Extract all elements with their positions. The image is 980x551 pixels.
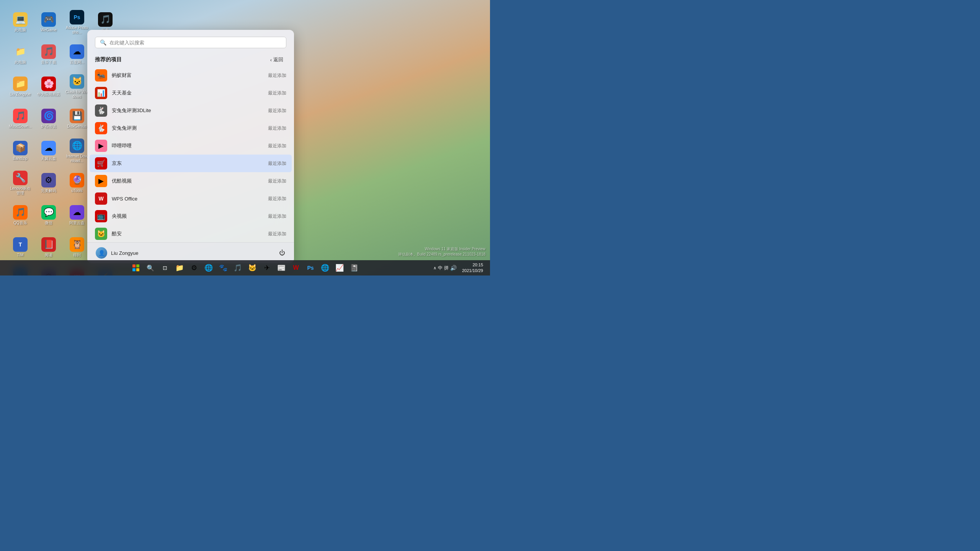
desktop-icon-huawei[interactable]: 🌸 华为应用商店 [35,71,62,102]
app-item-yangshipin[interactable]: 📺 央视频 最近添加 [90,207,292,225]
app-item-kuan[interactable]: 🐱 酷安 最近添加 [90,225,292,242]
app-name: WPS Office [112,196,263,202]
desktop-icon-alicloud[interactable]: ☁ 阿里云盘 [64,200,90,230]
app-icon: 🛒 [95,157,107,170]
start-button[interactable] [129,261,143,275]
taskbar-system-tray: ∧ 中 拼 🔊 20:15 2021/10/29 [433,262,490,274]
desktop-icon-cijidianno[interactable]: 💻 此电脑 [7,7,34,37]
app-item-antutu[interactable]: 🐇 安兔兔评测 最近添加 [90,119,292,137]
os-watermark: Windows 11 家庭版 Insider Preview 评估副本。Buil… [398,246,485,257]
power-button[interactable]: ⏻ [276,246,289,259]
section-title: 推荐的项目 [95,56,122,63]
back-chevron-icon: ‹ [270,57,272,63]
desktop-icon-lenovo[interactable]: 🔧 Lenovo驱动管理 [7,168,34,198]
app-icon: ▶ [95,140,107,152]
app-item-antutu3d[interactable]: 🐇 安兔兔评测3DLite 最近添加 [90,102,292,119]
app-time: 最近添加 [268,143,286,149]
desktop-icon-folder[interactable]: 📁 此电脑 [7,39,34,70]
desktop-icon-utools[interactable]: 🔮 uTools [64,168,90,198]
taskbar-browser2-button[interactable]: 🌐 [318,261,332,275]
taskbar-edge-button[interactable]: 🌐 [202,261,216,275]
taskbar-feishu-button[interactable]: ✈ [260,261,274,275]
taskbar-baidu-button[interactable]: 🐾 [216,261,230,275]
desktop-icon-qqmusic[interactable]: 🎵 QQ音乐 [7,200,34,230]
tray-input-method[interactable]: 中 [438,265,443,271]
user-info[interactable]: 👤 Liu Zongyue [93,246,142,260]
app-icon: 🐱 [95,228,107,240]
clock-time: 20:15 [472,262,483,268]
app-item-youku[interactable]: ▶ 优酷视频 最近添加 [90,172,292,190]
app-item-bilibili[interactable]: ▶ 哔哩哔哩 最近添加 [90,137,292,155]
desktop-icon-bandizip[interactable]: 📦 Bandizip [7,135,34,166]
desktop-icon-reading[interactable]: 📕 阅读 [35,232,62,262]
desktop-icon-wegame[interactable]: 🎮 WeGame [35,7,62,37]
taskbar-word-button[interactable]: W [289,261,303,275]
back-button[interactable]: ‹ 返回 [267,55,286,64]
taskbar-stocks-button[interactable]: 📈 [333,261,346,275]
app-time: 最近添加 [268,160,286,167]
app-time: 最近添加 [268,178,286,184]
windows-logo-icon [132,264,139,271]
taskbar-media-button[interactable]: 🎵 [231,261,245,275]
desktop-icon-wechat[interactable]: 💬 微信 [35,200,62,230]
taskbar-clock[interactable]: 20:15 2021/10/29 [460,262,485,274]
taskbar-search-button[interactable]: 🔍 [144,261,157,275]
app-time: 最近添加 [268,72,286,79]
taskbar-center: 🔍 ⊡ 📁 ⚙ 🌐 🐾 🎵 🐱 ✈ 📰 W Ps 🌐 [129,261,361,275]
app-time: 最近添加 [268,196,286,202]
app-item-wps[interactable]: W WPS Office 最近添加 [90,190,292,207]
app-name: 安兔兔评测 [112,125,263,132]
app-icon: 📊 [95,87,107,99]
taskbar-clash-button[interactable]: 🐱 [245,261,259,275]
start-menu: 🔍 推荐的项目 ‹ 返回 🐜 蚂蚁财富 最近添加 📊 天天基金 最近添加 [87,30,294,263]
desktop-icon-dedao[interactable]: 🦉 得到 [64,232,90,262]
tray-chevron-icon[interactable]: ∧ [433,266,436,271]
app-name: 京东 [112,160,263,167]
desktop-icon-tim[interactable]: T TIM [7,232,34,262]
app-time: 最近添加 [268,108,286,114]
desktop-icon-diskgenius[interactable]: 💾 DiskGenius [64,103,90,134]
tray-ime[interactable]: 拼 [444,265,449,271]
app-name: 天天基金 [112,90,263,96]
desktop-icon-hearthstone[interactable]: 🌀 炉石传说 [35,103,62,134]
taskbar-settings-button[interactable]: ⚙ [187,261,201,275]
app-item-jingdong[interactable]: 🛒 京东 最近添加 [90,155,292,172]
os-info-line2: 评估副本。Build 22489.rs_prerelease.211023-18… [398,252,485,257]
app-time: 最近添加 [268,213,286,220]
desktop-icon-musicdown[interactable]: 🎵 音乐下载 [35,39,62,70]
user-avatar: 👤 [96,247,107,259]
desktop-icon-tianyiyun[interactable]: ☁ 天翼云盘 [35,135,62,166]
search-bar[interactable]: 🔍 [95,37,286,48]
desktop-icon-clash[interactable]: 🐱 Clash for Windows [64,71,90,102]
taskbar-notes-button[interactable]: 📓 [347,261,361,275]
app-list[interactable]: 🐜 蚂蚁财富 最近添加 📊 天天基金 最近添加 🐇 安兔兔评测3DLite 最近… [87,67,294,242]
app-icon: W [95,192,107,205]
user-name: Liu Zongyue [111,250,139,256]
app-name: 蚂蚁财富 [112,72,263,79]
app-name: 优酷视频 [112,178,263,184]
app-time: 最近添加 [268,125,286,132]
tray-network-icon[interactable]: 🔊 [450,265,457,271]
taskbar-explorer-button[interactable]: 📁 [173,261,186,275]
desktop-icon-musicdown2[interactable]: 🎵 MusicDown... [7,103,34,134]
app-time: 最近添加 [268,90,286,96]
desktop: 💻 此电脑 🎮 WeGame Ps Adobe Photosho... 🎵 抖音… [0,0,490,276]
search-icon: 🔍 [100,39,106,46]
app-icon: 🐇 [95,104,107,117]
desktop-icon-idm[interactable]: 🌐 Internet Download... [64,135,90,166]
app-item-mayicaifu[interactable]: 🐜 蚂蚁财富 最近添加 [90,67,292,84]
taskbar-ps-button[interactable]: Ps [304,261,317,275]
desktop-icon-photoshop[interactable]: Ps Adobe Photosho... [64,7,90,37]
app-item-tianjijin[interactable]: 📊 天天基金 最近添加 [90,84,292,102]
taskbar-it-button[interactable]: 📰 [274,261,288,275]
desktop-icon-baidu[interactable]: ☁ 百度网... [64,39,90,70]
os-info-line1: Windows 11 家庭版 Insider Preview [398,246,485,252]
taskbar-taskview-button[interactable]: ⊡ [158,261,172,275]
search-input[interactable] [109,40,281,46]
desktop-icon-wmset[interactable]: ⚙ 完美解码 [35,168,62,198]
tray-icons: ∧ 中 拼 🔊 [433,265,457,271]
app-time: 最近添加 [268,231,286,237]
app-icon: 🐜 [95,69,107,82]
desktop-icon-liuzongyue[interactable]: 📁 Liu Zongyue [7,71,34,102]
app-icon: ▶ [95,175,107,187]
